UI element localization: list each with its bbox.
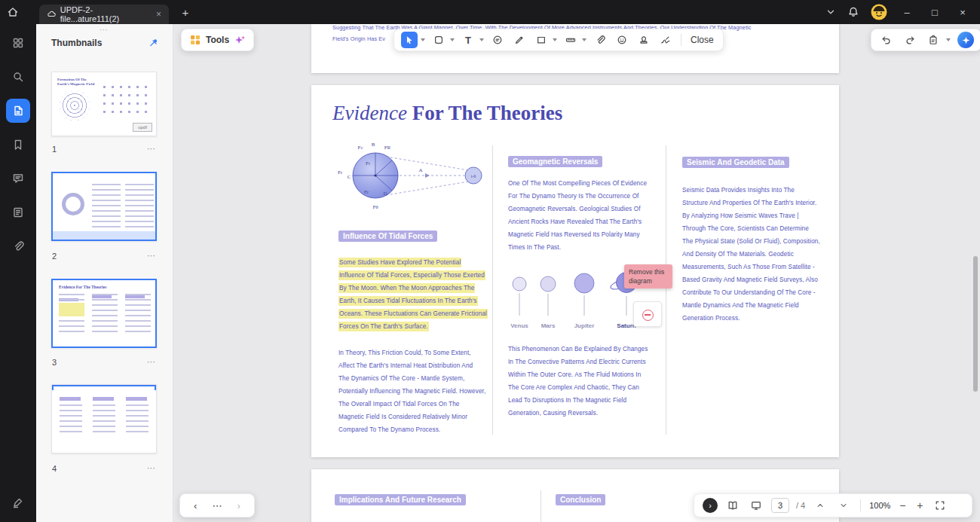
zoom-in-button[interactable]: + bbox=[914, 499, 925, 511]
zoom-level-label[interactable]: 100% bbox=[869, 501, 890, 510]
sidebar-item-attachments[interactable] bbox=[6, 234, 30, 258]
thumb1-spiral-deco bbox=[60, 90, 90, 121]
measure-tool-button[interactable] bbox=[562, 32, 579, 48]
remove-annotation-icon[interactable] bbox=[642, 310, 654, 321]
page-thumbnail-1[interactable]: Formation Of The Earth's Magnetic Field … bbox=[51, 72, 157, 136]
cursor-icon bbox=[404, 35, 415, 45]
previous-page-button[interactable] bbox=[812, 497, 828, 514]
undo-button[interactable] bbox=[878, 32, 895, 48]
page-thumbnail-3[interactable]: Evidence For The Theories bbox=[51, 279, 157, 348]
close-toolbar-button[interactable]: Close bbox=[688, 35, 716, 45]
heading-conclusion: Conclusion bbox=[556, 494, 605, 505]
thumb2-menu-button[interactable]: ⋯ bbox=[147, 251, 156, 261]
document-tab[interactable]: UPDF-2-file...ature111(2) × bbox=[39, 5, 169, 24]
nav-prev-button[interactable]: ‹ bbox=[194, 500, 197, 511]
heading-implications-and-future-research: Implications And Future Research bbox=[335, 494, 466, 505]
history-toolbar bbox=[871, 29, 980, 51]
next-page-button[interactable] bbox=[835, 497, 852, 514]
sidebar-item-bookmarks[interactable] bbox=[6, 133, 30, 157]
clipboard-icon bbox=[928, 35, 939, 45]
heading-influence-of-tidal-forces: Influence Of Tidal Forces bbox=[338, 230, 437, 242]
paperclip-icon bbox=[595, 35, 605, 45]
column-divider bbox=[666, 145, 666, 435]
heading-seismic-and-geodetic-data: Seismic And Geodetic Data bbox=[682, 157, 789, 168]
expand-controls-button[interactable]: › bbox=[703, 498, 718, 513]
page-number-input[interactable]: 3 bbox=[771, 498, 789, 513]
tools-menu-button[interactable]: Tools bbox=[181, 29, 254, 51]
highlighter-tool-button[interactable] bbox=[511, 32, 528, 48]
page-thumbnail-4[interactable] bbox=[51, 384, 157, 453]
redo-icon bbox=[905, 35, 915, 45]
rectangle-tool-button[interactable] bbox=[533, 32, 550, 48]
thumb1-watermark: updf bbox=[133, 123, 152, 132]
pages-icon bbox=[12, 206, 24, 218]
nav-more-button[interactable]: ⋯ bbox=[212, 500, 222, 511]
page-thumbnail-2[interactable] bbox=[51, 172, 157, 241]
select-tool-button[interactable] bbox=[401, 32, 418, 48]
shape-tool-dropdown[interactable] bbox=[450, 38, 455, 41]
annotation-popup[interactable] bbox=[633, 301, 662, 327]
pin-panel-button[interactable] bbox=[149, 38, 159, 48]
new-tab-button[interactable]: + bbox=[178, 6, 193, 19]
home-button[interactable] bbox=[0, 0, 26, 24]
thumb1-menu-button[interactable]: ⋯ bbox=[147, 144, 156, 154]
tab-close-icon[interactable]: × bbox=[156, 9, 161, 20]
thumb3-menu-button[interactable]: ⋯ bbox=[147, 357, 156, 367]
minimize-button[interactable]: – bbox=[899, 7, 915, 18]
nav-next-button[interactable]: › bbox=[237, 500, 240, 511]
middle-paragraph-2: This Phenomenon Can Be Explained By Chan… bbox=[508, 343, 648, 420]
thumbnails-panel-title: Thumbnails bbox=[51, 38, 102, 48]
thumb3-highlight-deco bbox=[59, 303, 84, 316]
bell-icon[interactable] bbox=[847, 6, 859, 18]
comment-bubble-icon bbox=[492, 35, 503, 45]
reading-mode-button[interactable] bbox=[724, 497, 741, 514]
clipboard-button[interactable] bbox=[925, 32, 942, 48]
sidebar-item-comments[interactable] bbox=[6, 166, 30, 191]
ruler-icon bbox=[565, 35, 576, 45]
clipboard-dropdown[interactable] bbox=[946, 38, 951, 41]
thumb4-column-deco bbox=[126, 404, 149, 435]
diagram-label: Fθ bbox=[372, 204, 378, 210]
rectangle-tool-dropdown[interactable] bbox=[553, 38, 557, 41]
text-tool-dropdown[interactable] bbox=[479, 38, 484, 41]
presentation-mode-button[interactable] bbox=[748, 497, 764, 514]
thumb2-number: 2 bbox=[52, 252, 57, 261]
maximize-button[interactable]: □ bbox=[926, 7, 943, 18]
avatar-face-icon bbox=[871, 4, 887, 20]
panel-drag-handle[interactable]: ⋯ bbox=[36, 24, 173, 35]
signature-tool-button[interactable] bbox=[6, 490, 30, 514]
thumbnails-icon bbox=[12, 105, 24, 117]
signature-tool-button[interactable] bbox=[657, 32, 674, 48]
comment-icon bbox=[12, 172, 24, 185]
apps-grid-button[interactable] bbox=[6, 31, 30, 55]
user-avatar[interactable] bbox=[871, 4, 887, 20]
redo-button[interactable] bbox=[902, 32, 918, 48]
comment-tool-button[interactable] bbox=[489, 32, 506, 48]
select-tool-dropdown[interactable] bbox=[421, 38, 425, 41]
thumb4-viewport-indicator bbox=[52, 385, 156, 390]
cloud-icon bbox=[47, 10, 56, 19]
sticker-tool-button[interactable] bbox=[614, 32, 630, 48]
measure-tool-dropdown[interactable] bbox=[582, 38, 586, 41]
thumbnails-panel: ⋯ Thumbnails Formation Of The Earth's Ma… bbox=[36, 24, 173, 522]
zoom-out-button[interactable]: − bbox=[897, 499, 908, 511]
thumb1-dots-deco bbox=[100, 83, 150, 116]
thumb2-lines-deco bbox=[92, 184, 121, 229]
text-tool-button[interactable]: T bbox=[460, 32, 476, 48]
sidebar-item-search[interactable] bbox=[6, 65, 30, 89]
sidebar-item-pages[interactable] bbox=[6, 200, 30, 224]
thumb4-menu-button[interactable]: ⋯ bbox=[147, 463, 156, 473]
vertical-scrollbar[interactable] bbox=[973, 256, 978, 392]
close-window-button[interactable]: × bbox=[954, 7, 971, 18]
comment-note[interactable]: Remove this diagram bbox=[624, 264, 672, 288]
shape-tool-button[interactable] bbox=[430, 32, 447, 48]
fit-page-button[interactable] bbox=[932, 497, 948, 514]
chevron-down-icon[interactable] bbox=[825, 7, 836, 17]
quick-nav-bar: ‹ ⋯ › bbox=[179, 493, 255, 517]
attach-file-button[interactable] bbox=[592, 32, 608, 48]
stamp-tool-button[interactable] bbox=[635, 32, 652, 48]
sidebar-item-thumbnails[interactable] bbox=[6, 99, 30, 123]
ai-assistant-button[interactable] bbox=[957, 32, 974, 48]
planet-label-mars: Mars bbox=[531, 322, 565, 329]
thumb3-mini-title: Evidence For The Theories bbox=[59, 285, 106, 289]
